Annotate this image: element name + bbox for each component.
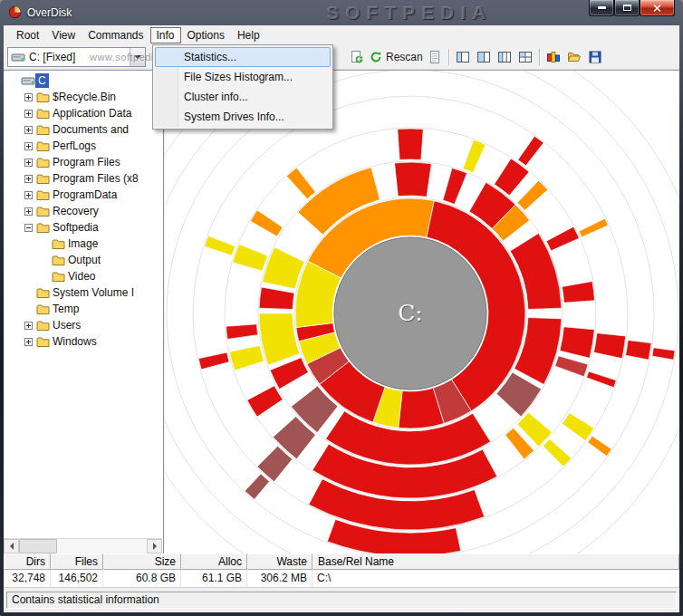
scroll-left-button[interactable]: [4, 539, 19, 553]
expand-plus-icon[interactable]: [24, 142, 33, 150]
layout-split-button[interactable]: [474, 47, 495, 67]
tree-item-label[interactable]: Windows: [50, 334, 100, 349]
tree-item-softpedia[interactable]: Softpedia: [4, 219, 162, 236]
tree-item-recovery[interactable]: Recovery: [4, 203, 162, 219]
menu-info[interactable]: Info: [150, 27, 181, 43]
save-button[interactable]: [585, 47, 606, 67]
sunburst-segment[interactable]: [555, 356, 588, 377]
tree-item-program-files-x8[interactable]: Program Files (x8: [4, 170, 162, 187]
expand-plus-icon[interactable]: [24, 338, 33, 346]
tree-item-c[interactable]: C: [4, 72, 162, 89]
scroll-track[interactable]: [19, 539, 147, 553]
tree-item-label[interactable]: Application Data: [50, 106, 134, 120]
tree-item-image[interactable]: Image: [4, 236, 162, 252]
tree-item-label[interactable]: System Volume I: [50, 285, 137, 300]
sunburst-segment[interactable]: [229, 345, 264, 371]
close-button[interactable]: [640, 0, 675, 16]
menu-item-statistics[interactable]: Statistics...: [155, 47, 331, 67]
expand-plus-icon[interactable]: [24, 175, 33, 183]
sunburst-chart[interactable]: C:C:: [165, 71, 679, 553]
scan-page-button[interactable]: [346, 47, 367, 67]
sunburst-segment[interactable]: [517, 180, 548, 210]
sunburst-segment[interactable]: [205, 236, 236, 255]
sunburst-segment[interactable]: [226, 324, 258, 340]
menu-item-file-sizes-histogram[interactable]: File Sizes Histogram...: [155, 67, 331, 87]
menu-item-cluster-info[interactable]: Cluster info...: [155, 87, 331, 107]
layout-grid-button[interactable]: [515, 47, 536, 67]
tree-item-label[interactable]: Users: [50, 318, 83, 332]
layout-tree-button[interactable]: [453, 47, 474, 67]
tree-item-label[interactable]: ProgramData: [50, 188, 120, 202]
tree-item-video[interactable]: Video: [4, 268, 162, 284]
tree-item-programdata[interactable]: ProgramData: [4, 187, 162, 203]
expand-plus-icon[interactable]: [24, 110, 33, 118]
minimize-button[interactable]: [589, 0, 614, 16]
sunburst-segment[interactable]: [233, 245, 267, 272]
collapse-minus-icon[interactable]: [24, 224, 33, 232]
menu-help[interactable]: Help: [231, 27, 266, 43]
tree-item-output[interactable]: Output: [4, 252, 162, 268]
expand-plus-icon[interactable]: [24, 126, 33, 134]
sunburst-segment[interactable]: [287, 168, 316, 198]
column-header-waste[interactable]: Waste: [247, 553, 313, 570]
expand-plus-icon[interactable]: [24, 93, 33, 101]
tree-item-recycle-bin[interactable]: $Recycle.Bin: [4, 89, 162, 105]
tree-item-label[interactable]: Video: [65, 269, 98, 284]
maximize-button[interactable]: [614, 0, 640, 16]
column-header-dirs[interactable]: Dirs: [4, 553, 51, 570]
tree-item-label[interactable]: $Recycle.Bin: [50, 90, 119, 104]
titlebar[interactable]: OverDisk SOFTPEDIA: [0, 0, 683, 25]
sunburst-segment[interactable]: [395, 162, 432, 197]
tree-item-temp[interactable]: Temp: [4, 301, 162, 317]
tree-item-label[interactable]: Recovery: [50, 204, 101, 218]
scroll-thumb[interactable]: [19, 539, 57, 553]
tree-item-system-volume-i[interactable]: System Volume I: [4, 284, 162, 301]
sunburst-segment[interactable]: [250, 210, 283, 236]
tree-item-label[interactable]: Documents and: [50, 122, 131, 137]
sunburst-segment[interactable]: [518, 136, 544, 166]
sunburst-segment[interactable]: [543, 439, 571, 467]
sunburst-segment[interactable]: [652, 348, 675, 361]
tree-item-label[interactable]: Image: [65, 236, 101, 251]
sunburst-segment[interactable]: [259, 287, 294, 309]
tree-horizontal-scrollbar[interactable]: [4, 538, 162, 553]
drive-combo[interactable]: C: [Fixed]: [7, 47, 146, 67]
tree-item-label[interactable]: Program Files: [50, 155, 123, 169]
tree-item-program-files[interactable]: Program Files: [4, 154, 162, 170]
sunburst-segment[interactable]: [546, 226, 579, 251]
column-header-files[interactable]: Files: [51, 553, 103, 570]
sunburst-segment[interactable]: [463, 140, 486, 172]
tree-item-label[interactable]: Program Files (x8: [50, 171, 141, 186]
combo-dropdown-arrow[interactable]: [130, 48, 145, 66]
column-header-alloc[interactable]: Alloc: [181, 553, 247, 570]
sunburst-segment[interactable]: [587, 371, 617, 388]
menu-item-system-drives-info[interactable]: System Drives Info...: [155, 107, 331, 127]
tree-item-label[interactable]: PerfLogs: [50, 139, 99, 153]
column-header-size[interactable]: Size: [103, 553, 181, 570]
menu-options[interactable]: Options: [181, 27, 231, 43]
scroll-right-button[interactable]: [147, 539, 162, 553]
sunburst-segment[interactable]: [398, 129, 423, 159]
tree-item-label[interactable]: Temp: [50, 302, 82, 316]
menu-root[interactable]: Root: [10, 27, 45, 43]
open-button[interactable]: [564, 47, 585, 67]
sunburst-segment[interactable]: [579, 218, 608, 237]
sunburst-segment[interactable]: [560, 327, 594, 359]
layout-columns-button[interactable]: [495, 47, 515, 67]
tree-item-documents-and[interactable]: Documents and: [4, 121, 162, 138]
sunburst-segment[interactable]: [626, 340, 651, 360]
sunburst-segment[interactable]: [198, 352, 229, 370]
rescan-button[interactable]: Rescan: [367, 47, 425, 67]
sunburst-segment[interactable]: [443, 168, 467, 204]
tree-item-perflogs[interactable]: PerfLogs: [4, 138, 162, 154]
sunburst-segment[interactable]: [588, 436, 611, 456]
menu-commands[interactable]: Commands: [82, 27, 149, 43]
sunburst-segment[interactable]: [562, 282, 594, 303]
menu-view[interactable]: View: [45, 27, 82, 43]
expand-plus-icon[interactable]: [24, 322, 33, 330]
expand-plus-icon[interactable]: [24, 159, 33, 167]
tree-item-label[interactable]: Softpedia: [50, 220, 101, 235]
sunburst-segment[interactable]: [259, 313, 300, 365]
tree-item-application-data[interactable]: Application Data: [4, 105, 162, 121]
tree-item-label[interactable]: C: [35, 73, 49, 88]
